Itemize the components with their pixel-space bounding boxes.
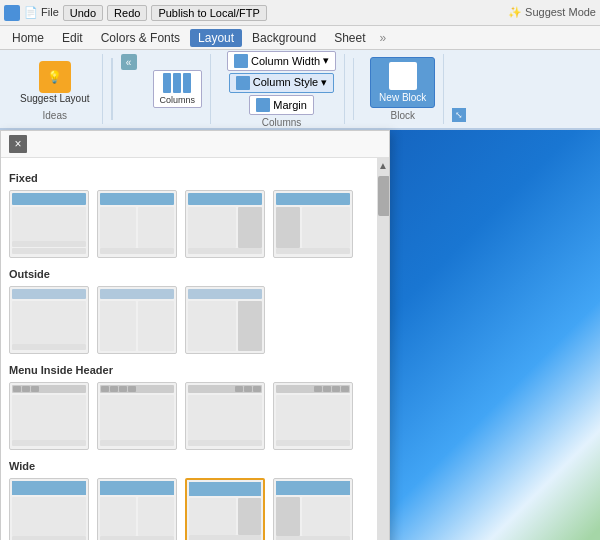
main-content: THE fast Did y, Bee Inpired × Fixed — [0, 130, 600, 540]
shoe-image — [380, 130, 600, 540]
columns-label: Columns — [160, 95, 196, 105]
columns-group-label: Columns — [262, 117, 301, 128]
layout-dropdown: × Fixed — [0, 130, 390, 540]
menu-home[interactable]: Home — [4, 29, 52, 47]
new-block-icon — [389, 62, 417, 90]
section-outside: Outside — [9, 268, 369, 280]
suggest-icon: 💡 — [39, 61, 71, 93]
layout-thumb-outside-1[interactable] — [9, 286, 89, 354]
layout-thumb-outside-3[interactable] — [185, 286, 265, 354]
layout-thumb-fixed-2[interactable] — [97, 190, 177, 258]
app-icon — [4, 5, 20, 21]
column-style-icon — [236, 76, 250, 90]
suggest-group: 💡 Suggest Layout Ideas — [8, 54, 103, 124]
new-block-label: New Block — [379, 92, 426, 103]
suggest-mode[interactable]: ✨ Suggest Mode — [508, 6, 596, 19]
ideas-label: Ideas — [43, 110, 67, 121]
margin-label: Margin — [273, 99, 307, 111]
layout-thumb-fixed-3[interactable] — [185, 190, 265, 258]
column-style-label: Column Style ▾ — [253, 76, 327, 89]
section-wide: Wide — [9, 460, 369, 472]
margin-button[interactable]: Margin — [249, 95, 314, 115]
outside-layouts — [9, 286, 369, 354]
file-menu[interactable]: 📄 File — [24, 6, 59, 19]
menu-colors-fonts[interactable]: Colors & Fonts — [93, 29, 188, 47]
redo-button[interactable]: Redo — [107, 5, 147, 21]
ribbon: 💡 Suggest Layout Ideas « Columns Column … — [0, 50, 600, 130]
scrollbar-thumb[interactable] — [378, 176, 389, 216]
column-width-button[interactable]: Column Width ▾ — [227, 51, 336, 71]
wide-layouts — [9, 478, 369, 540]
columns-group: Columns — [145, 54, 212, 124]
layout-thumb-wide-1[interactable] — [9, 478, 89, 540]
toggle-arrow-button[interactable]: « — [121, 54, 137, 70]
columns-controls: Columns — [153, 70, 203, 108]
expand-ribbon-button[interactable]: ⤡ — [452, 108, 466, 122]
column-width-icon — [234, 54, 248, 68]
column-style-button[interactable]: Column Style ▾ — [229, 73, 334, 93]
menu-bar: Home Edit Colors & Fonts Layout Backgrou… — [0, 26, 600, 50]
layout-thumb-wide-3-selected[interactable] — [185, 478, 265, 540]
menu-background[interactable]: Background — [244, 29, 324, 47]
section-fixed: Fixed — [9, 172, 369, 184]
undo-button[interactable]: Undo — [63, 5, 103, 21]
fixed-layouts — [9, 190, 369, 258]
column-options-group: Column Width ▾ Column Style ▾ Margin Col… — [219, 54, 345, 124]
section-menu-inside: Menu Inside Header — [9, 364, 369, 376]
right-panel: Home Conta y, Bee Inpired m dolor sitsec… — [380, 130, 600, 540]
layout-thumb-menu-1[interactable] — [9, 382, 89, 450]
menu-inside-layouts — [9, 382, 369, 450]
layout-thumb-menu-4[interactable] — [273, 382, 353, 450]
close-button[interactable]: × — [9, 135, 27, 153]
suggest-layout-button[interactable]: 💡 Suggest Layout — [16, 57, 94, 108]
menu-edit[interactable]: Edit — [54, 29, 91, 47]
layout-thumb-outside-2[interactable] — [97, 286, 177, 354]
columns-button[interactable]: Columns — [153, 70, 203, 108]
suggest-label: Suggest Layout — [20, 93, 90, 104]
layout-thumb-fixed-4[interactable] — [273, 190, 353, 258]
dropdown-header: × — [1, 131, 389, 158]
column-width-arrow: ▾ — [323, 54, 329, 67]
dropdown-scrollbar[interactable]: ▲ ▼ — [377, 158, 389, 540]
block-label: Block — [390, 110, 414, 121]
layout-thumb-wide-4[interactable] — [273, 478, 353, 540]
layout-thumb-wide-2[interactable] — [97, 478, 177, 540]
layout-thumb-menu-3[interactable] — [185, 382, 265, 450]
more-menus[interactable]: » — [380, 31, 387, 45]
layout-options-scroll[interactable]: Fixed — [1, 158, 377, 540]
layout-thumb-fixed-1[interactable] — [9, 190, 89, 258]
layout-thumb-menu-2[interactable] — [97, 382, 177, 450]
publish-button[interactable]: Publish to Local/FTP — [151, 5, 267, 21]
menu-layout[interactable]: Layout — [190, 29, 242, 47]
title-bar: 📄 File Undo Redo Publish to Local/FTP ✨ … — [0, 0, 600, 26]
scroll-up-button[interactable]: ▲ — [377, 158, 389, 172]
margin-icon — [256, 98, 270, 112]
menu-sheet[interactable]: Sheet — [326, 29, 373, 47]
new-block-group: New Block Block — [362, 54, 444, 124]
column-width-label: Column Width — [251, 55, 320, 67]
new-block-button[interactable]: New Block — [370, 57, 435, 108]
